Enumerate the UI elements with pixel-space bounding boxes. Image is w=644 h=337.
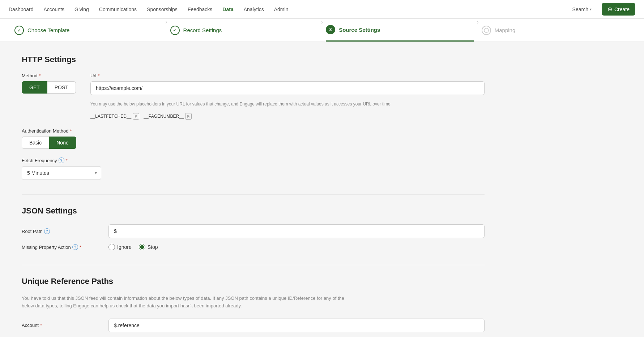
missing-prop-radio-col: Ignore Stop: [108, 244, 485, 250]
copy-pagenumber-icon[interactable]: ⎘: [185, 113, 192, 120]
auth-toggle-group: Basic None: [22, 137, 485, 149]
account-label: Account *: [22, 323, 94, 328]
root-path-label: Root Path ?: [22, 228, 94, 234]
wizard-chevron-2: ›: [321, 19, 323, 42]
chevron-down-icon: ▾: [590, 7, 592, 11]
url-hint: You may use the below placeholders in yo…: [90, 101, 485, 107]
auth-none-button[interactable]: None: [49, 137, 76, 149]
root-path-label-col: Root Path ?: [22, 228, 94, 234]
fetch-freq-help-icon[interactable]: ?: [59, 157, 64, 163]
account-required: *: [40, 323, 42, 328]
method-get-button[interactable]: GET: [22, 81, 47, 94]
step4-icon: [482, 26, 491, 35]
nav-data[interactable]: Data: [222, 5, 233, 14]
auth-label: Authentication Method *: [22, 128, 485, 134]
account-input-col: [108, 319, 485, 332]
unique-ref-section: Unique Reference Paths You have told us …: [22, 277, 485, 332]
json-settings-title: JSON Settings: [22, 206, 485, 216]
step4-content: Mapping: [482, 23, 516, 38]
missing-prop-row: Missing Property Action ? * Ignore Stop: [22, 244, 485, 250]
search-button[interactable]: Search ▾: [572, 7, 592, 12]
unique-ref-title: Unique Reference Paths: [22, 277, 485, 286]
auth-field-group: Authentication Method * Basic None: [22, 128, 485, 149]
nav-feedbacks[interactable]: Feedbacks: [188, 5, 212, 14]
missing-prop-label-col: Missing Property Action ? *: [22, 244, 94, 250]
auth-required: *: [70, 128, 72, 134]
method-field-group: Method * GET POST: [22, 73, 76, 120]
radio-stop-label: Stop: [148, 244, 158, 250]
fetch-freq-field-group: Fetch Frequency ? * 5 Minutes 15 Minutes…: [22, 157, 485, 180]
step3-content: 3 Source Settings: [326, 22, 380, 37]
fetch-freq-select-wrapper: 5 Minutes 15 Minutes 30 Minutes 1 Hour 6…: [22, 166, 101, 180]
wizard-step-3[interactable]: 3 Source Settings: [326, 19, 474, 42]
fetch-freq-select[interactable]: 5 Minutes 15 Minutes 30 Minutes 1 Hour 6…: [22, 166, 101, 180]
radio-ignore[interactable]: Ignore: [108, 244, 132, 250]
auth-basic-button[interactable]: Basic: [22, 137, 49, 149]
nav-admin[interactable]: Admin: [274, 5, 289, 14]
wizard-chevron-3: ›: [477, 19, 478, 42]
root-path-row: Root Path ?: [22, 224, 485, 238]
step3-label: Source Settings: [339, 27, 380, 33]
wizard-chevron-1: ›: [165, 19, 167, 42]
step3-icon: 3: [326, 25, 335, 34]
placeholder-tags: __LASTFETCHED__ ⎘ __PAGENUMBER__ ⎘: [90, 113, 485, 120]
svg-point-0: [484, 28, 489, 33]
unique-ref-description: You have told us that this JSON feed wil…: [22, 295, 347, 310]
method-toggle-group: GET POST: [22, 81, 76, 94]
navbar: Dashboard Accounts Giving Communications…: [0, 0, 644, 19]
step1-icon: ✓: [14, 26, 24, 35]
nav-giving[interactable]: Giving: [74, 5, 89, 14]
copy-lastfetched-icon[interactable]: ⎘: [133, 113, 139, 120]
http-settings-title: HTTP Settings: [22, 55, 485, 64]
section-divider-2: [22, 265, 485, 265]
pagenumber-tag: __PAGENUMBER__ ⎘: [144, 113, 192, 120]
step2-content: ✓ Record Settings: [170, 23, 222, 38]
radio-stop-input[interactable]: [139, 244, 145, 250]
nav-analytics[interactable]: Analytics: [244, 5, 264, 14]
url-field-group: Url * You may use the below placeholders…: [90, 73, 485, 120]
missing-prop-radio-group: Ignore Stop: [108, 244, 485, 250]
url-required: *: [98, 73, 100, 78]
nav-sponsorships[interactable]: Sponsorships: [147, 5, 178, 14]
radio-ignore-input[interactable]: [108, 244, 115, 250]
radio-stop[interactable]: Stop: [139, 244, 158, 250]
step1-label: Choose Template: [27, 27, 69, 33]
url-label: Url *: [90, 73, 485, 78]
fetch-freq-label: Fetch Frequency ? *: [22, 157, 485, 163]
plus-icon: ⊕: [607, 6, 612, 13]
step1-content: ✓ Choose Template: [14, 23, 69, 38]
method-label: Method *: [22, 73, 76, 78]
wizard-bar: ✓ Choose Template › ✓ Record Settings › …: [0, 19, 644, 42]
main-content: HTTP Settings Method * GET POST Url *: [0, 42, 506, 337]
account-row: Account *: [22, 319, 485, 332]
missing-prop-label: Missing Property Action ? *: [22, 244, 94, 250]
missing-prop-help-icon[interactable]: ?: [72, 244, 78, 250]
http-settings-section: HTTP Settings Method * GET POST Url *: [22, 55, 485, 180]
fetch-freq-required: *: [66, 158, 68, 163]
wizard-step-4[interactable]: Mapping: [482, 19, 630, 42]
wizard-step-1[interactable]: ✓ Choose Template: [14, 19, 162, 42]
nav-dashboard[interactable]: Dashboard: [9, 5, 34, 14]
method-required: *: [39, 73, 40, 78]
account-input[interactable]: [108, 319, 485, 332]
root-path-input[interactable]: [108, 224, 485, 238]
step4-label: Mapping: [495, 27, 516, 33]
missing-prop-required: *: [80, 245, 81, 250]
step2-icon: ✓: [170, 26, 180, 35]
radio-ignore-label: Ignore: [117, 244, 132, 250]
nav-communications[interactable]: Communications: [99, 5, 137, 14]
account-label-col: Account *: [22, 323, 94, 328]
nav-accounts[interactable]: Accounts: [44, 5, 65, 14]
search-label: Search: [572, 7, 588, 12]
wizard-step-2[interactable]: ✓ Record Settings: [170, 19, 318, 42]
url-input[interactable]: [90, 81, 485, 95]
create-button[interactable]: ⊕ Create: [602, 3, 635, 16]
root-path-help-icon[interactable]: ?: [44, 228, 50, 234]
section-divider-1: [22, 194, 485, 195]
lastfetched-tag: __LASTFETCHED__ ⎘: [90, 113, 139, 120]
root-path-input-col: [108, 224, 485, 238]
method-url-row: Method * GET POST Url * You may use the …: [22, 73, 485, 120]
json-settings-section: JSON Settings Root Path ? Missing Proper…: [22, 206, 485, 250]
method-post-button[interactable]: POST: [47, 81, 76, 94]
step2-label: Record Settings: [183, 27, 222, 33]
